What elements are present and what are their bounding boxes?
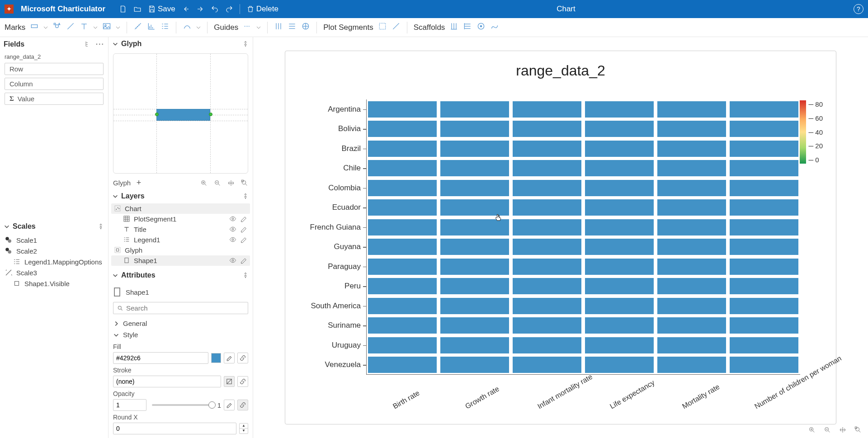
heatmap-cell[interactable]	[513, 101, 581, 118]
heatmap-cell[interactable]	[440, 259, 509, 275]
scale-item[interactable]: Scale3	[5, 267, 104, 278]
heatmap-cell[interactable]	[730, 337, 798, 353]
heatmap-cell[interactable]	[440, 141, 509, 157]
scale-item[interactable]: Scale2	[5, 245, 104, 256]
heatmap-cell[interactable]	[368, 141, 437, 157]
legend-button[interactable]	[160, 22, 170, 33]
heatmap-cell[interactable]	[513, 180, 581, 196]
heatmap-cell[interactable]	[657, 239, 726, 255]
style-section[interactable]: Style	[113, 329, 248, 340]
canvas-zoom-fit-icon[interactable]	[854, 426, 862, 433]
fill-swatch[interactable]	[211, 353, 221, 363]
attribute-search[interactable]	[113, 302, 248, 314]
canvas-zoom-in-icon[interactable]	[808, 426, 816, 433]
visibility-icon[interactable]	[229, 236, 236, 243]
erase-icon[interactable]	[240, 257, 247, 264]
help-button[interactable]: ?	[854, 4, 863, 14]
heatmap-cell[interactable]	[440, 278, 509, 294]
canvas-pan-icon[interactable]	[839, 426, 846, 433]
heatmap-cell[interactable]	[657, 219, 726, 235]
layer-row[interactable]: Title	[111, 224, 250, 235]
general-section[interactable]: General	[113, 318, 248, 329]
heatmap-cell[interactable]	[368, 101, 437, 118]
heatmap-cell[interactable]	[513, 298, 581, 314]
heatmap-cell[interactable]	[585, 278, 654, 294]
heatmap-cell[interactable]	[730, 180, 798, 196]
layer-row[interactable]: PlotSegment1	[111, 214, 250, 224]
heatmap-cell[interactable]	[513, 121, 581, 137]
forward-button[interactable]	[196, 5, 204, 13]
heatmap-cell[interactable]	[585, 141, 654, 157]
scaffold-curve-button[interactable]	[490, 22, 499, 33]
opacity-input[interactable]	[113, 399, 146, 411]
heatmap-cell[interactable]	[440, 337, 509, 353]
chevron-down-icon[interactable]	[256, 25, 261, 30]
line-segment-button[interactable]	[392, 22, 401, 33]
heatmap-cell[interactable]	[730, 259, 798, 275]
heatmap-cell[interactable]	[368, 337, 437, 353]
heatmap-cell[interactable]	[657, 317, 726, 334]
heatmap-cell[interactable]	[513, 239, 581, 255]
fields-more-icon[interactable]: ···	[96, 40, 104, 48]
heatmap-cell[interactable]	[368, 121, 437, 137]
heatmap-cell[interactable]	[368, 199, 437, 216]
heatmap-cell[interactable]	[657, 101, 726, 118]
heatmap-cell[interactable]	[730, 219, 798, 235]
add-glyph-button[interactable]: +	[137, 178, 142, 187]
heatmap-cell[interactable]	[730, 298, 798, 314]
pin-icon[interactable]	[97, 223, 104, 230]
heatmap-cell[interactable]	[730, 317, 798, 334]
roundx-input[interactable]	[113, 423, 236, 434]
guide-x-button[interactable]	[274, 22, 283, 33]
heatmap-cell[interactable]	[657, 121, 726, 137]
heatmap-cell[interactable]	[368, 357, 437, 373]
glyph-editor[interactable]	[113, 53, 248, 174]
visibility-icon[interactable]	[229, 215, 236, 222]
pin-icon[interactable]	[242, 272, 249, 279]
pan-icon[interactable]	[227, 179, 235, 187]
heatmap-cell[interactable]	[657, 298, 726, 314]
search-input[interactable]	[126, 304, 244, 312]
heatmap-cell[interactable]	[368, 298, 437, 314]
heatmap-cell[interactable]	[585, 199, 654, 216]
heatmap-cell[interactable]	[368, 278, 437, 294]
heatmap-cell[interactable]	[513, 199, 581, 216]
attributes-panel-header[interactable]: Attributes	[108, 268, 253, 282]
heatmap-cell[interactable]	[585, 259, 654, 275]
heatmap-cell[interactable]	[440, 160, 509, 176]
heatmap-cell[interactable]	[585, 121, 654, 137]
open-file-button[interactable]	[133, 5, 142, 13]
heatmap-cell[interactable]	[657, 199, 726, 216]
stroke-input[interactable]	[113, 376, 221, 387]
heatmap-cell[interactable]	[440, 317, 509, 334]
heatmap-cell[interactable]	[513, 337, 581, 353]
glyph-tab[interactable]: Glyph	[113, 179, 131, 187]
heatmap-cell[interactable]	[513, 317, 581, 334]
heatmap-cell[interactable]	[368, 180, 437, 196]
heatmap-cell[interactable]	[730, 141, 798, 157]
heatmap-cell[interactable]	[730, 357, 798, 373]
new-file-button[interactable]	[119, 5, 127, 13]
fill-bind-button[interactable]	[237, 353, 248, 363]
fill-erase-button[interactable]	[224, 353, 235, 363]
scaffold-h-button[interactable]	[463, 22, 472, 33]
heatmap-cell[interactable]	[368, 160, 437, 176]
opacity-slider[interactable]	[152, 404, 212, 406]
scale-item[interactable]: Shape1.Visible	[5, 278, 104, 289]
visibility-icon[interactable]	[229, 226, 236, 233]
heatmap-cell[interactable]	[585, 101, 654, 118]
opacity-erase-button[interactable]	[224, 400, 235, 410]
heatmap-cell[interactable]	[440, 298, 509, 314]
chevron-down-icon[interactable]	[93, 25, 98, 30]
heatmap-cell[interactable]	[368, 219, 437, 235]
heatmap-cell[interactable]	[440, 101, 509, 118]
chevron-down-icon[interactable]	[43, 25, 48, 30]
pin-icon[interactable]	[242, 40, 249, 47]
heatmap-cell[interactable]	[657, 357, 726, 373]
heatmap-cell[interactable]	[657, 337, 726, 353]
image-mark-button[interactable]	[102, 22, 111, 33]
heatmap-cell[interactable]	[585, 298, 654, 314]
scale-item[interactable]: Scale1	[5, 235, 104, 245]
heatmap-cell[interactable]	[730, 199, 798, 216]
heatmap-cell[interactable]	[440, 357, 509, 373]
